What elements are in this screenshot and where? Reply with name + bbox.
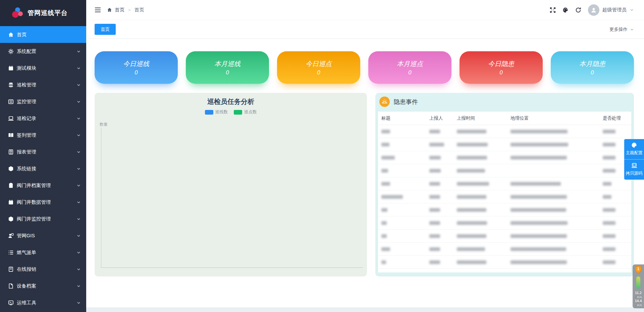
legend-item[interactable]: 巡线数 [205,109,228,115]
table-cell-redacted [381,221,429,225]
sidebar-item-valve-well-archive[interactable]: 阀门井档案管理 [0,177,86,194]
table-cell-redacted [603,260,631,264]
table-row[interactable] [378,151,631,164]
sidebar-item-inspection-records[interactable]: 巡检记录 [0,110,86,127]
tab-home[interactable]: 首页 [95,24,116,35]
breadcrumb-current[interactable]: 首页 [135,7,144,13]
breadcrumb: 首页 > 首页 [107,7,144,13]
table-cell-redacted [457,247,511,251]
legend-label: 巡线数 [215,109,228,115]
table-cell-redacted [511,234,603,238]
laptop-icon [8,116,14,121]
table-row[interactable] [378,243,631,256]
sidebar-item-checkin-mgmt[interactable]: 签到管理 [0,127,86,143]
sidebar-item-test-module[interactable]: 测试模块 [0,60,86,76]
refresh-icon[interactable] [575,7,581,13]
chevron-down-icon [76,234,81,238]
breadcrumb-home[interactable]: 首页 [115,7,124,13]
sidebar-item-gas-dispatch[interactable]: 燃气派单 [0,244,86,261]
table-cell-redacted [381,195,429,199]
more-actions-button[interactable]: 更多操作 [609,26,634,33]
theme-palette-icon[interactable] [562,7,569,13]
table-row[interactable] [378,203,631,216]
download-arrow-icon: ↓ [635,303,636,307]
content: 今日巡线 0 本月巡线 0 今日巡点 0 本月巡点 0 今日隐患 0 本月隐患 … [86,39,644,276]
stat-card-value: 0 [499,69,502,76]
legend-swatch [234,110,242,115]
calendar-icon [8,65,14,71]
chevron-down-icon [76,116,81,121]
sidebar-item-label: 巡检管理 [17,82,36,88]
sidebar-item-label: 阀门井监控管理 [17,216,51,222]
sidebar-item-pipeline-gis[interactable]: 管网GIS [0,227,86,244]
incident-panel-title: 隐患事件 [394,98,418,106]
column-header-4: 是否处理 [603,115,631,121]
sidebar-item-home[interactable]: 首页 [0,26,86,43]
sidebar: 管网巡线平台 首页 系统配置 测试模块 巡检管理 监控管理 巡检记录 签到管理 … [0,0,86,312]
legend-item[interactable]: 巡点数 [234,109,257,115]
sidebar-item-report-mgmt[interactable]: 报表管理 [0,143,86,160]
table-cell-redacted [457,195,511,199]
sidebar-item-label: 阀门井数据管理 [17,199,51,205]
table-cell-redacted [511,195,603,199]
table-row[interactable] [378,230,631,243]
app-logo: 管网巡线平台 [0,0,86,26]
table-cell-redacted [511,182,603,186]
table-cell-redacted [511,221,603,225]
sidebar-item-valve-well-data[interactable]: 阀门井数据管理 [0,194,86,210]
sidebar-item-online-expense[interactable]: 在线报销 [0,261,86,277]
floating-tools: 主题配置 拷贝源码 [624,139,644,180]
table-cell-redacted [603,195,631,199]
sidebar-nav: 首页 系统配置 测试模块 巡检管理 监控管理 巡检记录 签到管理 报表管理 系统… [0,26,86,311]
table-cell-redacted [429,130,457,133]
copy-source-button[interactable]: 拷贝源码 [624,160,644,180]
book-icon [8,132,14,138]
table-row[interactable] [378,190,631,203]
sidebar-item-equipment-archive[interactable]: 设备档案 [0,277,86,294]
stat-card: 今日巡点 0 [277,51,360,84]
sidebar-item-label: 巡检记录 [17,115,36,122]
table-row[interactable] [378,164,631,177]
stat-card-title: 今日隐患 [488,59,514,68]
sidebar-item-system-links[interactable]: 系统链接 [0,160,86,177]
table-row[interactable] [378,138,631,151]
database-icon [8,82,14,88]
sidebar-item-label: 设备档案 [17,283,36,289]
sidebar-item-label: 运维工具 [17,300,36,306]
download-speed-unit: K/s [637,303,642,307]
stat-card-value: 0 [135,69,138,76]
fullscreen-icon[interactable] [550,7,556,13]
chevron-down-icon [76,49,81,54]
chevron-down-icon [76,301,81,305]
sidebar-item-system-config[interactable]: 系统配置 [0,43,86,60]
more-actions-label: 更多操作 [609,26,628,33]
net-monitor-widget[interactable]: 1 11.2 ↑ K/s 14.4 ↓ K/s [633,264,644,308]
calendar-icon [8,199,14,205]
book2-icon [8,266,14,272]
table-row[interactable] [378,177,631,190]
chevron-down-icon [76,133,81,137]
sidebar-item-monitoring-mgmt[interactable]: 监控管理 [0,93,86,110]
chart-legend: 巡线数 巡点数 [95,109,367,115]
sidebar-item-ops-tools[interactable]: 运维工具 [0,294,86,311]
table-row[interactable] [378,256,631,269]
breadcrumb-separator: > [127,7,132,12]
table-cell-redacted [429,247,457,251]
sidebar-collapse-icon[interactable] [95,7,101,12]
sidebar-item-inspection-mgmt[interactable]: 巡检管理 [0,76,86,93]
table-cell-redacted [511,247,603,251]
chevron-down-icon [76,66,81,70]
stat-card: 今日巡线 0 [95,51,178,84]
sidebar-item-label: 首页 [17,32,26,38]
sidebar-item-valve-well-monitor[interactable]: 阀门井监控管理 [0,210,86,227]
stat-card: 本月巡点 0 [368,51,451,84]
palette-icon [631,142,637,148]
theme-config-button[interactable]: 主题配置 [624,139,644,160]
user-menu[interactable]: 超级管理员 [588,4,634,16]
table-cell-redacted [429,195,457,199]
stat-card: 本月隐患 0 [551,51,634,84]
net-speed: 11.2 ↑ K/s 14.4 ↓ K/s [635,291,642,307]
table-row[interactable] [378,216,631,230]
table-row[interactable] [378,125,631,138]
avatar [588,4,599,16]
